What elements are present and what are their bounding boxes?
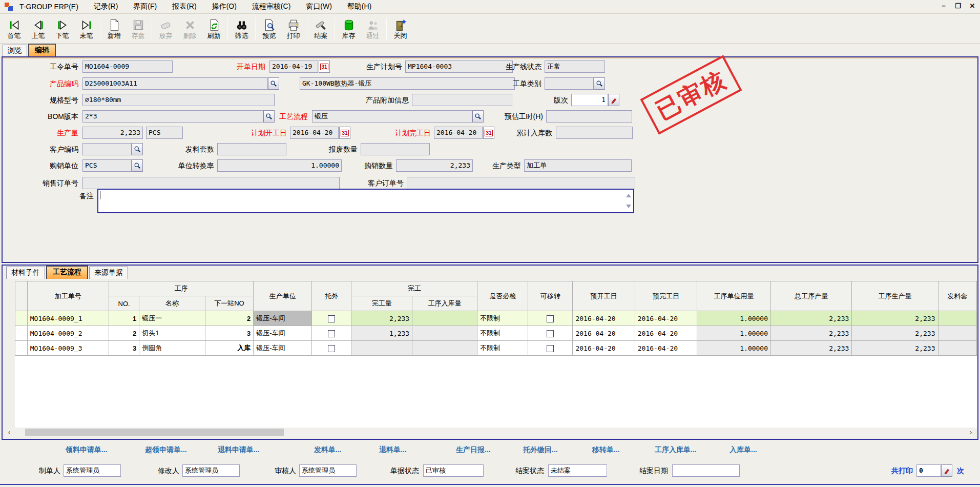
transfer-checkbox[interactable]	[547, 330, 554, 337]
cell-output[interactable]: 2,233	[852, 311, 938, 326]
spin-button-print-count[interactable]	[941, 464, 952, 477]
menu-flow-audit[interactable]: 流程审核(C)	[252, 2, 290, 11]
cell-total-output[interactable]: 2,233	[771, 326, 852, 341]
outsource-checkbox[interactable]	[328, 345, 335, 352]
cell-name[interactable]: 切头1	[139, 326, 205, 341]
restore-button[interactable]: ❒	[953, 2, 963, 11]
scroll-up-icon[interactable]	[626, 194, 631, 197]
menu-operate[interactable]: 操作(O)	[212, 2, 237, 11]
field-line-status[interactable]: 正常	[545, 60, 605, 73]
link-outsource-return[interactable]: 托外缴回...	[523, 445, 558, 455]
field-sets[interactable]	[217, 143, 286, 155]
menu-help[interactable]: 帮助(H)	[347, 2, 371, 11]
cell-order-no[interactable]: MO1604-0009_3	[27, 341, 109, 356]
field-product-code[interactable]: D250001003A11	[82, 77, 268, 90]
cell-plan-start[interactable]: 2016-04-20	[573, 326, 635, 341]
link-issue-doc[interactable]: 发料单...	[314, 445, 342, 455]
link-in-stock-doc[interactable]: 入库单...	[729, 445, 757, 455]
cell-outsource[interactable]	[312, 341, 351, 356]
lookup-button-order-type[interactable]	[594, 77, 605, 90]
menu-window[interactable]: 窗口(W)	[306, 2, 332, 11]
field-qty[interactable]: 2,233	[82, 127, 143, 139]
menu-interface[interactable]: 界面(F)	[133, 2, 157, 11]
cell-plan-end[interactable]: 2016-04-20	[635, 326, 697, 341]
cell-no[interactable]: 2	[109, 326, 139, 341]
cell-no[interactable]: 3	[109, 341, 139, 356]
scroll-right-icon[interactable]: ›	[966, 428, 975, 437]
toolbar-button-last[interactable]: 末笔	[74, 15, 98, 43]
close-button[interactable]: ✕	[968, 2, 977, 11]
cell-unit[interactable]: 锻压-车间	[254, 326, 312, 341]
cell-transfer[interactable]	[528, 311, 573, 326]
toolbar-button-preview[interactable]: 预览	[257, 15, 281, 43]
toolbar-button-inventory[interactable]: 库存	[337, 15, 361, 43]
cell-plan-start[interactable]: 2016-04-20	[573, 311, 635, 326]
field-order-type[interactable]	[545, 77, 594, 90]
horizontal-scrollbar[interactable]: ‹ ›	[5, 428, 975, 437]
field-prod-type[interactable]: 加工单	[524, 159, 632, 172]
cell-sets[interactable]	[938, 341, 977, 356]
cell-sets[interactable]	[938, 326, 977, 341]
spin-button-version[interactable]	[608, 94, 619, 106]
cell-next[interactable]: 2	[205, 311, 253, 326]
link-return-request[interactable]: 退料申请单...	[218, 445, 260, 455]
cell-output[interactable]: 2,233	[852, 341, 938, 356]
cell-unit-usage[interactable]: 1.00000	[697, 341, 771, 356]
field-qty-unit[interactable]: PCS	[146, 127, 183, 139]
cell-output[interactable]: 2,233	[852, 326, 938, 341]
cell-in-qty[interactable]	[412, 341, 477, 356]
cell-unit[interactable]: 锻压-车间	[254, 341, 312, 356]
cell-no[interactable]: 1	[109, 311, 139, 326]
cell-inspect[interactable]: 不限制	[477, 326, 528, 341]
link-process-in-doc[interactable]: 工序入库单...	[655, 445, 697, 455]
toolbar-button-refresh[interactable]: 刷新	[202, 15, 226, 43]
toolbar-button-close-case[interactable]: 结案	[309, 15, 333, 43]
menu-tgroup-erp[interactable]: T-GROUP ERP(E)	[19, 3, 78, 11]
cell-finish-qty[interactable]	[351, 341, 412, 356]
toolbar-button-print[interactable]: 打印	[281, 15, 305, 43]
field-spec[interactable]: ⌀180*80mm	[82, 94, 275, 106]
minimize-button[interactable]: −	[939, 2, 948, 11]
cell-unit-usage[interactable]: 1.00000	[697, 311, 771, 326]
link-daily-report[interactable]: 生产日报...	[456, 445, 491, 455]
cell-order-no[interactable]: MO1604-0009_2	[27, 326, 109, 341]
cell-finish-qty[interactable]: 1,233	[351, 326, 412, 341]
tab-process-flow[interactable]: 工艺流程	[46, 266, 88, 279]
cell-in-qty[interactable]	[412, 311, 477, 326]
transfer-checkbox[interactable]	[547, 345, 554, 352]
cell-order-no[interactable]: MO1604-0009_1	[27, 311, 109, 326]
toolbar-button-new[interactable]: 新增	[102, 15, 126, 43]
toolbar-button-exit[interactable]: 关闭	[388, 15, 412, 43]
outsource-checkbox[interactable]	[328, 315, 335, 322]
toolbar-button-filter[interactable]: 筛选	[230, 15, 254, 43]
field-customer[interactable]	[82, 143, 132, 155]
toolbar-button-first[interactable]: 首笔	[2, 15, 26, 43]
cell-total-output[interactable]: 2,233	[771, 311, 852, 326]
tab-browse[interactable]: 浏览	[3, 45, 27, 57]
scroll-down-icon[interactable]	[626, 205, 631, 208]
tab-edit[interactable]: 编辑	[28, 44, 56, 57]
field-process[interactable]: 锻压	[312, 110, 472, 123]
transfer-checkbox[interactable]	[547, 315, 554, 322]
field-print-count[interactable]: 0	[916, 464, 941, 477]
cell-name[interactable]: 锻压一	[139, 311, 205, 326]
field-cust-order[interactable]	[407, 177, 635, 189]
field-scrap[interactable]	[361, 143, 430, 155]
field-start-date[interactable]: 2016-04-20	[290, 127, 339, 139]
row-indicator[interactable]	[15, 341, 28, 356]
tab-material-parts[interactable]: 材料子件	[6, 267, 45, 279]
cell-total-output[interactable]: 2,233	[771, 341, 852, 356]
cell-transfer[interactable]	[528, 326, 573, 341]
cell-next[interactable]: 3	[205, 326, 253, 341]
row-indicator[interactable]	[15, 326, 28, 341]
cell-plan-end[interactable]: 2016-04-20	[635, 341, 697, 356]
remark-textarea[interactable]	[97, 189, 634, 213]
scrollbar-thumb[interactable]	[25, 429, 284, 436]
cell-inspect[interactable]: 不限制	[477, 341, 528, 356]
cell-finish-qty[interactable]: 2,233	[351, 311, 412, 326]
link-material-request[interactable]: 领料申请单...	[66, 445, 108, 455]
field-est-hours[interactable]	[546, 110, 632, 123]
field-work-order[interactable]: MO1604-0009	[82, 60, 173, 73]
lookup-button-product-code[interactable]	[268, 77, 279, 90]
field-sales-order[interactable]	[82, 177, 340, 189]
